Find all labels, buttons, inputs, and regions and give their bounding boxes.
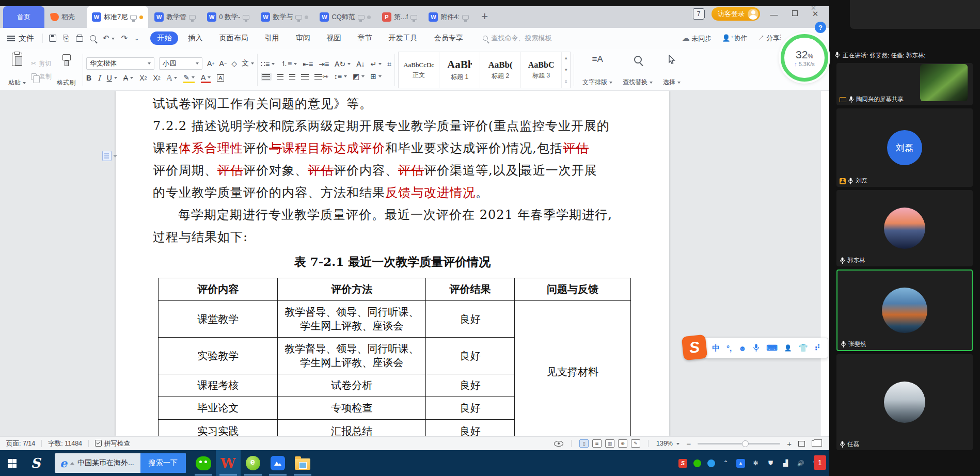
read-mode-icon[interactable]: ▯ [579, 439, 589, 448]
sync-status-button[interactable]: ☁ 未同步 [682, 34, 712, 43]
speed-ball-widget[interactable]: 32% ↑ 5.3K/s [781, 34, 828, 82]
style-item-3[interactable]: AaBbC标题 3 [521, 52, 562, 88]
bullet-list-icon[interactable]: ∷≡ [261, 60, 275, 68]
ime-mic-icon[interactable] [753, 344, 760, 352]
tab-document-6[interactable]: WCQ师范 [314, 6, 376, 28]
redo-icon[interactable]: ↷ [121, 34, 128, 43]
ribbon-tab-7[interactable]: 开发工具 [382, 31, 424, 45]
decrease-font-icon[interactable]: A− [219, 59, 227, 68]
fit-page-icon[interactable] [812, 440, 819, 447]
clear-format-icon[interactable]: ◇ [231, 59, 237, 68]
find-replace-button[interactable]: 查找替换 [618, 51, 658, 89]
taskbar-search-text[interactable]: 中国某币在海外... [77, 458, 140, 468]
text-layout-button[interactable]: ≡A 文字排版 [577, 51, 618, 89]
document-area[interactable]: 试试卷评阅工作有关问题的意见》等。7.2.2 描述说明学校和院系两级定期开展专业… [0, 91, 821, 436]
highlight-color-icon[interactable]: ✎ [183, 73, 195, 83]
text-direction-icon[interactable]: A↻ [335, 60, 351, 68]
help-bubble-icon[interactable]: ? [815, 22, 826, 33]
ribbon-tab-0[interactable]: 开始 [150, 31, 178, 45]
qq-tray-icon[interactable] [707, 459, 715, 467]
ribbon-tab-6[interactable]: 章节 [351, 31, 378, 45]
fullscreen-icon[interactable] [798, 441, 805, 447]
tab-document-4[interactable]: W0 数学- [202, 6, 255, 28]
ime-mode-icon[interactable]: 中 [712, 343, 720, 353]
style-gallery-expand-icon[interactable]: ⇳ [564, 80, 568, 84]
style-item-2[interactable]: AaBb(标题 2 [480, 52, 521, 88]
superscript-icon[interactable]: X2 [139, 74, 147, 82]
style-scroll-down-icon[interactable]: ▼ [564, 68, 568, 72]
participant-tile-3[interactable]: 张斐然 [836, 269, 973, 351]
network-tray-icon[interactable]: ▟ [781, 459, 790, 468]
increase-indent-icon[interactable]: ⇥≡ [319, 60, 329, 68]
document-page[interactable]: 试试卷评阅工作有关问题的意见》等。7.2.2 描述说明学校和院系两级定期开展专业… [116, 91, 669, 436]
numbered-list-icon[interactable]: ⒈≡ [280, 59, 297, 69]
participant-tile-1[interactable]: 刘磊刘磊 [836, 108, 973, 187]
search-go-button[interactable]: 搜索一下 [140, 453, 186, 473]
align-right-icon[interactable] [289, 74, 295, 80]
margin-page-button[interactable] [102, 151, 117, 161]
bold-icon[interactable]: B [86, 74, 91, 82]
copy-button[interactable]: 复制 [31, 72, 52, 81]
wechat-tray-icon[interactable] [693, 459, 701, 467]
decrease-indent-icon[interactable]: ⇤≡ [303, 60, 313, 68]
align-left-icon[interactable] [261, 73, 272, 81]
taskbar-search-box[interactable]: e 中国某币在海外... 搜索一下 [55, 453, 186, 473]
distribute-icon[interactable]: ⇿ [314, 72, 328, 81]
zoom-in-button[interactable]: + [787, 439, 792, 448]
ribbon-tab-8[interactable]: 会员专享 [427, 31, 469, 45]
style-item-1[interactable]: AaBŀ标题 1 [439, 52, 480, 88]
command-search[interactable]: 查找命令、搜索模板 [483, 34, 551, 43]
tab-document-5[interactable]: W数学与 [256, 6, 313, 28]
paste-button[interactable]: 粘贴 [6, 51, 28, 89]
sogou-tray-icon[interactable]: S [678, 459, 687, 468]
document-count-icon[interactable]: 7 [693, 8, 704, 20]
ribbon-tab-5[interactable]: 视图 [320, 31, 347, 45]
ime-punct-icon[interactable]: °, [726, 344, 732, 353]
explorer-app[interactable] [290, 450, 315, 476]
ribbon-tab-3[interactable]: 引用 [258, 31, 286, 45]
notification-badge[interactable]: 1 [814, 455, 826, 470]
new-tab-button[interactable]: + [475, 10, 494, 23]
sogou-logo-icon[interactable]: S [682, 335, 708, 361]
browser-green-app[interactable] [241, 450, 265, 476]
ime-emoji-icon[interactable]: ☻ [738, 344, 747, 353]
start-button[interactable] [0, 450, 24, 476]
page-mode-icon[interactable]: ≣ [592, 439, 602, 448]
minimize-button[interactable]: — [767, 10, 781, 19]
underline-icon[interactable]: U [107, 74, 117, 82]
file-menu[interactable]: 文件 [0, 34, 42, 43]
tab-document-2[interactable]: W标准7尼 [87, 6, 148, 28]
format-painter-button[interactable]: 格式刷 [55, 51, 77, 89]
maximize-button[interactable] [788, 10, 801, 18]
web-mode-icon[interactable]: ⊕ [618, 439, 627, 448]
taskbar-sogou[interactable]: S [24, 450, 48, 476]
wps-app[interactable]: W [216, 450, 241, 476]
ime-account-icon[interactable]: 👤 [784, 344, 792, 352]
eye-protect-icon[interactable] [554, 441, 563, 447]
style-item-0[interactable]: AaBbCcDc正文 [399, 52, 439, 88]
meeting-app[interactable] [265, 450, 290, 476]
review-mode-icon[interactable]: ✎ [631, 439, 640, 448]
zoom-slider[interactable] [698, 443, 780, 445]
ribbon-tab-1[interactable]: 插入 [181, 31, 209, 45]
customize-toolbar-icon[interactable]: ⌄ [134, 35, 139, 42]
ime-keyboard-icon[interactable]: ⌨ [766, 343, 778, 353]
justify-icon[interactable] [301, 74, 309, 80]
guest-login-button[interactable]: 访客登录 [712, 7, 760, 21]
save-icon[interactable] [49, 35, 56, 42]
phonetic-guide-icon[interactable]: 文 [242, 59, 254, 68]
increase-font-icon[interactable]: A+ [207, 59, 215, 68]
font-size-select[interactable]: 小四 [159, 57, 202, 70]
grid-icon[interactable]: ⌗ [387, 60, 391, 69]
spellcheck-toggle[interactable]: 拼写检查 [95, 439, 130, 448]
borders-icon[interactable]: ⊞ [370, 72, 382, 81]
zoom-level[interactable]: 139% [656, 440, 679, 447]
participant-tile-0[interactable]: 陶同兴的屏幕共享 [836, 63, 973, 105]
ime-skin-icon[interactable]: 👕 [798, 343, 808, 353]
word-count[interactable]: 字数: 11484 [48, 439, 82, 448]
panel-close-icon[interactable]: ✕ [811, 4, 816, 12]
volume-tray-icon[interactable]: 🔊 [796, 459, 805, 468]
subscript-icon[interactable]: X2 [153, 74, 160, 82]
sort-icon[interactable]: A↓ [356, 60, 365, 68]
strikethrough-icon[interactable]: A [123, 74, 133, 82]
